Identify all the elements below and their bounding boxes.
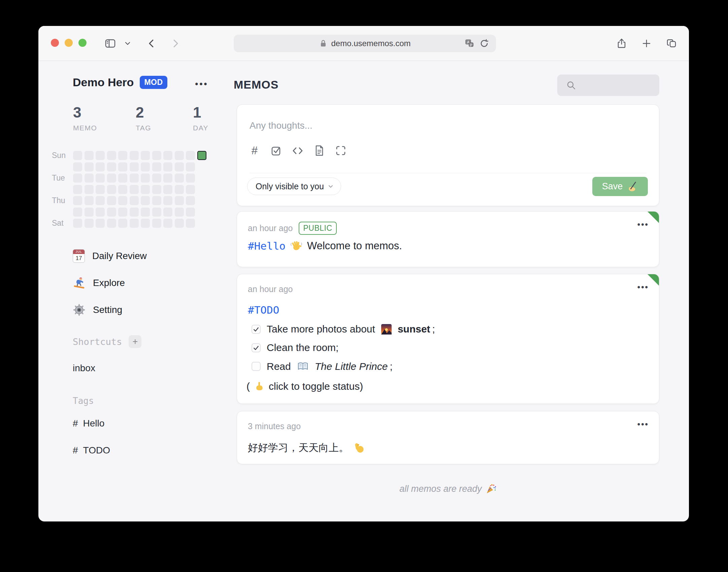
- heatmap-cell: [141, 208, 150, 217]
- heatmap-cell: [175, 219, 184, 228]
- checkbox-checked[interactable]: [252, 325, 261, 334]
- document-icon[interactable]: [313, 145, 325, 157]
- flexed-biceps-icon: [354, 442, 365, 454]
- heatmap-cell: [186, 196, 195, 205]
- memo-content: #Hello Welcome to memos.: [248, 240, 402, 252]
- add-shortcut-button[interactable]: +: [129, 335, 141, 348]
- heatmap-cell: [130, 185, 139, 194]
- heatmap-cell: [107, 151, 116, 160]
- checkbox-icon[interactable]: [270, 145, 282, 157]
- memo-timestamp: 3 minutes ago: [248, 421, 301, 431]
- minimize-window-button[interactable]: [65, 39, 73, 47]
- share-icon[interactable]: [615, 37, 628, 50]
- memo-menu-ellipsis-icon[interactable]: •••: [637, 419, 649, 429]
- heatmap-cell: [107, 208, 116, 217]
- user-banner[interactable]: Demo Hero MOD: [73, 76, 167, 89]
- close-window-button[interactable]: [51, 39, 59, 47]
- page-title: MEMOS: [234, 78, 278, 91]
- stat-memo: 3 MEMO: [73, 104, 97, 132]
- editor-placeholder[interactable]: Any thoughts...: [250, 120, 312, 131]
- heatmap-cell: [141, 173, 150, 183]
- user-menu-ellipsis-icon[interactable]: •••: [192, 77, 212, 91]
- mod-badge: MOD: [140, 76, 167, 89]
- heatmap-cell: [186, 219, 195, 228]
- waving-hand-icon: [290, 240, 302, 252]
- heatmap-cell: [73, 196, 82, 205]
- browser-toolbar: demo.usememos.com A: [38, 26, 689, 61]
- checkbox-unchecked[interactable]: [252, 362, 261, 371]
- back-button[interactable]: [145, 37, 158, 50]
- sidebar-toggle-icon[interactable]: [104, 37, 117, 50]
- fullscreen-icon[interactable]: [335, 145, 347, 157]
- sidebar-item-explore[interactable]: Explore: [73, 275, 125, 291]
- writing-hand-icon: [627, 181, 638, 192]
- memo-menu-ellipsis-icon[interactable]: •••: [637, 282, 649, 292]
- sidebar-item-setting[interactable]: Setting: [73, 302, 122, 318]
- address-bar[interactable]: demo.usememos.com A: [234, 35, 496, 52]
- search-input[interactable]: [557, 74, 659, 96]
- heatmap-cell: [107, 162, 116, 171]
- heatmap-cell: [152, 196, 161, 205]
- heatmap-cell: [186, 162, 195, 171]
- tags-label: Tags: [73, 396, 94, 406]
- heatmap-cell: [73, 219, 82, 228]
- heatmap-cell: [96, 173, 105, 183]
- chevron-down-icon[interactable]: [123, 37, 133, 50]
- save-button[interactable]: Save: [592, 177, 648, 196]
- heatmap-cell: [163, 151, 172, 160]
- public-corner-marker: [648, 274, 659, 286]
- sidebar-tag-hello[interactable]: # Hello: [73, 418, 104, 429]
- heatmap-cell: [85, 151, 94, 160]
- checkbox-checked[interactable]: [252, 343, 261, 352]
- memos-end-message: all memos are ready: [237, 483, 659, 494]
- stat-tag: 2 TAG: [136, 104, 151, 132]
- tab-overview-icon[interactable]: [665, 37, 679, 50]
- heatmap-cell: [186, 151, 195, 160]
- visibility-select[interactable]: Only visible to you: [247, 178, 341, 195]
- memo-timestamp: an hour ago: [248, 223, 293, 233]
- heatmap-cell: [175, 173, 184, 183]
- sidebar-item-label: Daily Review: [92, 251, 147, 261]
- heatmap-cell: [152, 219, 161, 228]
- new-tab-icon[interactable]: [640, 37, 653, 50]
- stat-tag-label: TAG: [136, 124, 151, 132]
- shortcuts-label: Shortcuts: [73, 337, 122, 347]
- heatmap-cell: [163, 185, 172, 194]
- heatmap-cell: [130, 162, 139, 171]
- heatmap-cell: [107, 173, 116, 183]
- heatmap-day-label: Sun: [52, 151, 71, 160]
- heatmap-cell: [73, 185, 82, 194]
- heatmap-day-label: Tue: [52, 173, 71, 183]
- heatmap-cell: [163, 208, 172, 217]
- user-name: Demo Hero: [73, 76, 134, 89]
- code-icon[interactable]: [292, 145, 304, 157]
- reload-icon[interactable]: [478, 38, 490, 49]
- sidebar-tag-todo[interactable]: # TODO: [73, 445, 110, 456]
- open-book-icon: [297, 360, 309, 372]
- heatmap-cell: [118, 208, 127, 217]
- memo-tag-hello[interactable]: #Hello: [248, 240, 286, 252]
- heatmap-cell: [96, 196, 105, 205]
- heatmap-cell: [163, 196, 172, 205]
- heatmap-cell: [107, 219, 116, 228]
- stat-tag-value: 2: [136, 104, 151, 121]
- heatmap-cell: [96, 162, 105, 171]
- memo-tag-todo[interactable]: #TODO: [248, 304, 279, 316]
- sidebar-item-daily-review[interactable]: JUL 17 Daily Review: [73, 248, 147, 264]
- shortcut-item-inbox[interactable]: inbox: [73, 363, 95, 374]
- memo-card: an hour ago ••• #TODO Take more photos a…: [237, 274, 659, 404]
- stat-day: 1 DAY: [193, 104, 208, 132]
- heatmap-cell: [85, 208, 94, 217]
- calendar-icon: JUL 17: [73, 249, 85, 263]
- translate-icon[interactable]: A: [464, 38, 475, 49]
- snowboarder-icon: [73, 277, 86, 289]
- memo-menu-ellipsis-icon[interactable]: •••: [637, 220, 649, 229]
- hash-icon[interactable]: #: [249, 145, 261, 157]
- forward-button[interactable]: [169, 37, 182, 50]
- memo-editor: Any thoughts... # Only visible to you: [237, 104, 659, 206]
- public-badge: PUBLIC: [299, 222, 336, 235]
- chevron-down-icon: [327, 183, 334, 190]
- heatmap-cell-today-active: [197, 151, 206, 160]
- zoom-window-button[interactable]: [78, 39, 87, 47]
- shortcuts-header: Shortcuts +: [73, 335, 141, 348]
